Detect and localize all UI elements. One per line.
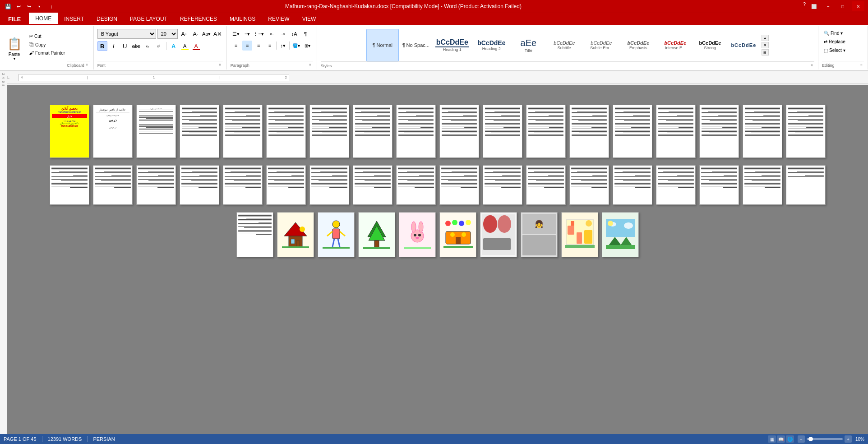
tab-file[interactable]: FILE — [0, 13, 29, 25]
increase-indent-button[interactable]: ⇥ — [278, 29, 288, 39]
page-23[interactable] — [223, 165, 263, 205]
decrease-font-button[interactable]: A- — [190, 29, 200, 39]
page-20[interactable] — [93, 165, 133, 205]
page-21[interactable] — [136, 165, 176, 205]
page-27[interactable] — [396, 165, 436, 205]
page-32[interactable] — [613, 165, 652, 205]
page-6[interactable] — [266, 105, 306, 158]
bullets-button[interactable]: ☰▾ — [231, 29, 241, 39]
align-left-button[interactable]: ≡ — [231, 41, 241, 51]
replace-button[interactable]: ⇄ Replace — [822, 38, 864, 45]
page-39[interactable] — [318, 212, 355, 257]
page-38[interactable] — [277, 212, 314, 257]
strikethrough-button[interactable]: abc — [131, 41, 141, 51]
page-16[interactable] — [699, 105, 739, 158]
read-mode-view-button[interactable]: 📖 — [777, 435, 785, 443]
page-42[interactable] — [439, 212, 476, 257]
page-36[interactable] — [786, 165, 826, 205]
tab-mailings[interactable]: MAILINGS — [223, 13, 262, 25]
page-1[interactable]: تحقیق آنلاین Tahghighatonline.ir فایل ور… — [50, 105, 89, 158]
find-button[interactable]: 🔍 Find ▾ — [822, 30, 864, 37]
tab-references[interactable]: REFERENCES — [174, 13, 223, 25]
styles-scroll-down[interactable]: ▼ — [762, 42, 769, 48]
style-strong[interactable]: bCcDdEe Strong — [694, 29, 726, 61]
paste-button[interactable]: 📋 Paste ▾ — [4, 32, 25, 65]
style-book-title[interactable]: bCcDdEe — [727, 29, 761, 61]
page-28[interactable] — [439, 165, 479, 205]
page-24[interactable] — [266, 165, 306, 205]
page-45-b[interactable] — [602, 212, 639, 257]
redo-button[interactable]: ↪ — [24, 2, 33, 11]
page-3[interactable]: صفحات و موارد — [136, 105, 176, 158]
font-size-select[interactable]: 20 — [157, 29, 178, 39]
show-hide-button[interactable]: ¶ — [300, 29, 310, 39]
styles-scroll-up[interactable]: ▲ — [762, 35, 769, 41]
page-12[interactable] — [526, 105, 566, 158]
style-subtle-em[interactable]: bCcDdEe Subtle Em... — [583, 29, 619, 61]
clipboard-expand-button[interactable]: ⌗ — [84, 62, 90, 68]
page-31[interactable] — [569, 165, 609, 205]
page-13[interactable] — [569, 105, 609, 158]
page-43[interactable] — [480, 212, 517, 257]
ribbon-pin-button[interactable]: | — [47, 2, 56, 11]
page-35[interactable] — [743, 165, 782, 205]
justify-button[interactable]: ≡ — [265, 41, 275, 51]
cut-button[interactable]: ✂ Cut — [27, 32, 67, 40]
styles-more-button[interactable]: ⊞ — [762, 49, 769, 56]
page-29[interactable] — [483, 165, 522, 205]
paragraph-expand-button[interactable]: ⌗ — [308, 62, 313, 68]
customize-qat-button[interactable]: ▾ — [35, 2, 44, 11]
page-30[interactable] — [526, 165, 566, 205]
multilevel-list-button[interactable]: ⋮≡▾ — [254, 29, 263, 39]
style-heading2[interactable]: bCcDdEe Heading 2 — [472, 29, 511, 61]
page-45-a[interactable] — [561, 212, 598, 257]
editing-expand-button[interactable]: ⌗ — [859, 62, 864, 68]
page-41[interactable] — [399, 212, 436, 257]
tab-design[interactable]: DESIGN — [90, 13, 124, 25]
style-normal[interactable]: ¶ Normal — [366, 29, 399, 61]
styles-expand-button[interactable]: ⌗ — [809, 63, 814, 68]
save-button[interactable]: 💾 — [4, 2, 13, 11]
maximize-button[interactable]: □ — [836, 1, 849, 11]
close-button[interactable]: ✕ — [852, 1, 864, 11]
ribbon-display-button[interactable]: ⬜ — [808, 1, 820, 11]
zoom-slider[interactable] — [807, 438, 843, 440]
style-intense-e[interactable]: bCcDdEe Intense E... — [657, 29, 693, 61]
increase-font-button[interactable]: A+ — [179, 29, 189, 39]
format-painter-button[interactable]: 🖌 Format Painter — [27, 49, 67, 56]
sort-button[interactable]: ↕A — [289, 29, 299, 39]
page-7[interactable] — [309, 105, 349, 158]
numbering-button[interactable]: ≡▾ — [242, 29, 252, 39]
page-4[interactable] — [180, 105, 219, 158]
page-14[interactable] — [613, 105, 652, 158]
borders-button[interactable]: ⊞▾ — [302, 41, 312, 51]
style-heading1[interactable]: bCcDdEe Heading 1 — [433, 29, 471, 61]
page-34[interactable] — [699, 165, 739, 205]
text-highlight-button[interactable]: A — [180, 41, 190, 51]
web-layout-view-button[interactable]: 🌐 — [786, 435, 794, 443]
style-title[interactable]: aЕе Title — [512, 29, 545, 61]
zoom-in-button[interactable]: + — [845, 435, 852, 443]
underline-button[interactable]: U — [120, 41, 130, 51]
font-color-button[interactable]: A — [191, 41, 201, 51]
undo-button[interactable]: ↩ — [14, 2, 23, 11]
line-spacing-button[interactable]: ↕▾ — [278, 41, 288, 51]
page-40[interactable] — [358, 212, 395, 257]
italic-button[interactable]: I — [109, 41, 119, 51]
change-case-button[interactable]: Aa▾ — [202, 29, 212, 39]
copy-button[interactable]: ⿻ Copy — [27, 41, 67, 48]
tab-view[interactable]: VIEW — [296, 13, 323, 25]
zoom-out-button[interactable]: − — [798, 435, 805, 443]
page-9[interactable] — [396, 105, 436, 158]
font-name-select[interactable]: B Yagut — [97, 29, 156, 39]
page-25[interactable] — [309, 165, 349, 205]
style-subtitle[interactable]: bCcDdEe Subtitle — [546, 29, 582, 61]
page-10[interactable] — [439, 105, 479, 158]
superscript-button[interactable]: x² — [154, 41, 164, 51]
font-expand-button[interactable]: ⌗ — [217, 62, 223, 68]
page-15[interactable] — [656, 105, 696, 158]
decrease-indent-button[interactable]: ⇤ — [267, 29, 277, 39]
tab-insert[interactable]: INSERT — [58, 13, 90, 25]
page-26[interactable] — [353, 165, 392, 205]
page-33[interactable] — [656, 165, 696, 205]
